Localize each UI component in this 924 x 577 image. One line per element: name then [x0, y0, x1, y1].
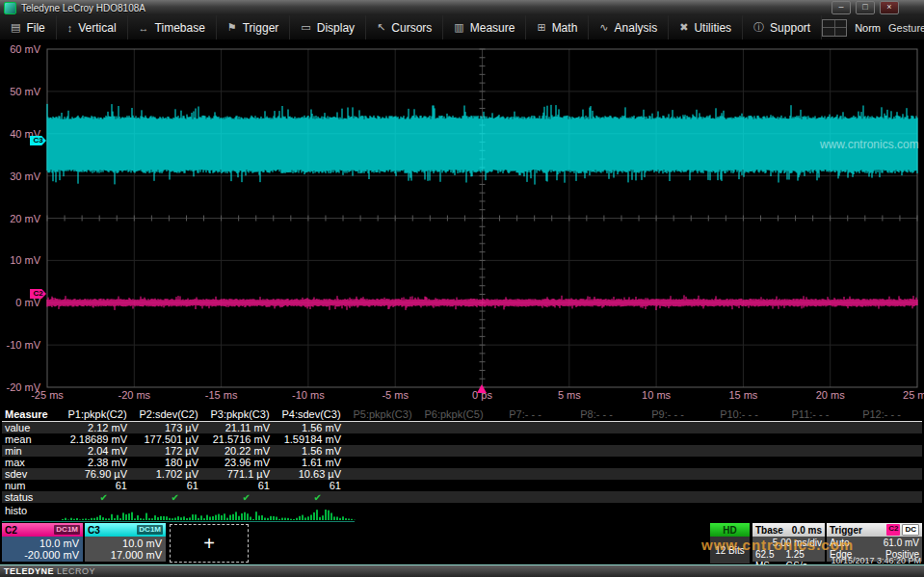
hd-label: HD	[723, 525, 736, 536]
menu-items: ▤File↕Vertical↔Timebase⚑Trigger▭Display↖…	[0, 15, 822, 39]
menu-item-analysis[interactable]: ∿Analysis	[589, 15, 669, 39]
window-buttons: – □ ×	[832, 1, 899, 14]
grid-layout-icon[interactable]	[822, 19, 847, 37]
watermark-mid: www.cntronics.com	[820, 138, 919, 151]
measure-row-label: mean	[2, 433, 62, 445]
minimize-button[interactable]: –	[832, 1, 851, 14]
menu-item-math[interactable]: ⊞Math	[526, 15, 589, 39]
scope-area: 60 mV50 mV40 mV30 mV20 mV10 mV0 mV-10 mV…	[0, 40, 924, 407]
y-axis-label: 60 mV	[10, 43, 40, 55]
utilities-menu-icon: ✖	[679, 21, 688, 34]
add-channel-button[interactable]: +	[170, 524, 249, 563]
restore-button[interactable]: □	[856, 1, 875, 14]
menu-item-label: Measure	[470, 21, 515, 35]
measure-column-header[interactable]: P10:- - -	[703, 408, 775, 420]
tbase-delay: 0.0 ms	[792, 525, 822, 536]
menu-right-cluster: Norm Gesture Undo ↶	[822, 15, 924, 39]
measure-column-header[interactable]: P6:pkpk(C5)	[418, 408, 489, 420]
trigger-coupling-badge: DC	[902, 524, 919, 536]
status-check-icon: ✔	[276, 492, 347, 503]
math-menu-icon: ⊞	[537, 21, 545, 34]
measure-column-header[interactable]: P8:- - -	[561, 408, 632, 420]
c3-label: C3	[88, 525, 100, 536]
menu-item-display[interactable]: ▭Display	[290, 15, 366, 39]
measure-menu-icon: ▥	[454, 21, 463, 34]
measure-value: 2.38 mV	[62, 457, 133, 468]
measure-column-header[interactable]: P1:pkpk(C2)	[62, 408, 133, 420]
c3-offset-marker[interactable]: C3	[30, 136, 46, 145]
c3-coupling-badge: DC1M	[137, 525, 163, 535]
measure-column-header[interactable]: P2:sdev(C2)	[133, 408, 204, 420]
measure-row-label: value	[2, 422, 62, 433]
measure-row-label: max	[2, 457, 62, 468]
menu-item-label: Support	[770, 21, 810, 35]
measure-value: 61	[276, 480, 347, 491]
trigger-header: Trigger C2 DC	[827, 523, 922, 537]
brand-lecroy: LECROY	[57, 566, 95, 576]
gesture-toggle[interactable]: Gesture	[888, 22, 924, 34]
measure-row-min: min2.04 mV172 µV20.22 mV1.56 mV	[2, 445, 922, 457]
measure-column-header[interactable]: P3:pkpk(C3)	[204, 408, 276, 420]
menu-item-measure[interactable]: ▥Measure	[443, 15, 526, 39]
window-title: Teledyne LeCroy HDO8108A	[21, 3, 145, 13]
menu-item-timebase[interactable]: ↔Timebase	[128, 15, 217, 39]
trigger-position-marker[interactable]	[477, 384, 487, 393]
timebase-menu-icon: ↔	[139, 22, 149, 34]
measure-column-header[interactable]: P4:sdev(C3)	[276, 408, 347, 420]
menu-item-trigger[interactable]: ⚑Trigger	[217, 15, 290, 39]
measure-row-value: value2.12 mV173 µV21.11 mV1.56 mV	[2, 422, 922, 433]
analysis-menu-icon: ∿	[599, 21, 608, 34]
x-axis-label: -10 ms	[292, 389, 325, 401]
measure-row-num: num61616161	[2, 480, 922, 491]
y-axis-label: -10 mV	[7, 339, 40, 351]
measure-value: 180 µV	[133, 457, 204, 468]
menu-item-label: Analysis	[615, 21, 658, 35]
histo-sparklines	[62, 504, 356, 521]
channel-c3-descriptor[interactable]: C3 DC1M 10.0 mV 17.000 mV	[85, 523, 166, 562]
trigger-badges: C2 DC	[886, 524, 919, 536]
c2-header: C2 DC1M	[2, 523, 83, 537]
measure-row-max: max2.38 mV180 µV23.96 mV1.61 mV	[2, 457, 922, 468]
x-axis-label: -5 ms	[382, 389, 409, 401]
x-axis-label: 10 ms	[642, 389, 671, 401]
menu-item-vertical[interactable]: ↕Vertical	[57, 15, 128, 39]
channel-c2-descriptor[interactable]: C2 DC1M 10.0 mV -20.000 mV	[2, 523, 83, 562]
menu-item-utilities[interactable]: ✖Utilities	[669, 15, 743, 39]
c2-offset-marker[interactable]: C2	[30, 289, 46, 299]
measure-value: 177.501 µV	[133, 433, 204, 445]
measure-value: 2.12 mV	[62, 422, 133, 433]
measure-value: 23.96 mV	[204, 457, 276, 468]
measure-value: 10.63 µV	[276, 468, 347, 480]
measure-value: 61	[133, 480, 204, 491]
measure-column-header[interactable]: P11:- - -	[775, 408, 846, 420]
measure-value: 61	[62, 480, 133, 491]
c3-values: 10.0 mV 17.000 mV	[85, 537, 166, 562]
measure-column-header[interactable]: P5:pkpk(C3)	[347, 408, 418, 420]
measure-row-label: num	[2, 480, 62, 491]
tbase-header: Tbase 0.0 ms	[752, 523, 825, 537]
timestamp: 10/15/2017 3:46:20 PM	[831, 556, 921, 565]
menu-item-label: Cursors	[391, 21, 432, 35]
oscilloscope-screen: Teledyne LeCroy HDO8108A – □ × ▤File↕Ver…	[0, 0, 924, 577]
menu-item-file[interactable]: ▤File	[0, 15, 57, 39]
display-mode-selector[interactable]: Norm	[855, 22, 881, 34]
measure-value: 1.59184 mV	[276, 433, 347, 445]
measure-value: 2.04 mV	[62, 445, 133, 457]
measure-column-header[interactable]: P12:- - -	[846, 408, 917, 420]
menu-item-support[interactable]: ⓘSupport	[743, 15, 822, 39]
hd-header: HD	[710, 523, 750, 537]
measure-column-header[interactable]: P7:- - -	[489, 408, 561, 420]
histo-underline	[2, 521, 355, 522]
waveform-display[interactable]	[46, 42, 918, 391]
measure-row-status: status✔✔✔✔	[2, 491, 922, 503]
measure-column-header[interactable]: P9:- - -	[632, 408, 703, 420]
menu-item-cursors[interactable]: ↖Cursors	[366, 15, 443, 39]
measure-value: 21.11 mV	[204, 422, 276, 433]
measure-row-label: min	[2, 445, 62, 457]
x-axis-label: -20 ms	[118, 389, 150, 401]
x-axis-label: -15 ms	[205, 389, 238, 401]
measure-value: 1.56 mV	[276, 422, 347, 433]
close-button[interactable]: ×	[880, 1, 899, 14]
measure-row-mean: mean2.18689 mV177.501 µV21.5716 mV1.5918…	[2, 433, 922, 445]
measure-row-label: sdev	[2, 468, 62, 480]
